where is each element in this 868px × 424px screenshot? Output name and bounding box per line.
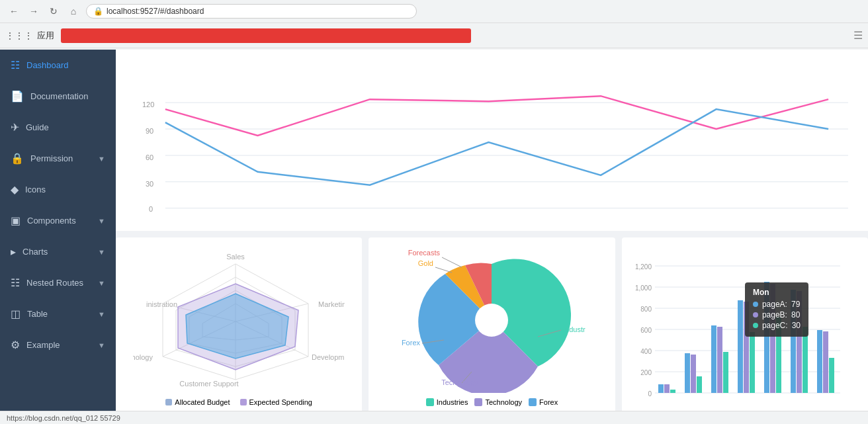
industries-dot (426, 398, 434, 406)
pie-legend-industries: Industries (426, 398, 468, 406)
pageB-label: pageB: (762, 310, 787, 319)
expected-label: Expected Spending (249, 398, 312, 406)
charts-icon: ▸ (11, 245, 16, 258)
status-text: https://blog.csdn.net/qq_012 55729 (7, 414, 120, 422)
svg-text:90: 90 (146, 127, 153, 135)
home-button[interactable]: ⌂ (66, 4, 81, 19)
svg-text:120: 120 (142, 101, 154, 108)
sidebar-item-guide[interactable]: ✈ Guide (0, 112, 116, 143)
sidebar-item-example[interactable]: ⚙ Example ▼ (0, 329, 116, 360)
svg-rect-61 (670, 390, 675, 393)
svg-text:Marketing: Marketing (318, 300, 345, 308)
allocated-dot (165, 399, 172, 405)
svg-text:Sat: Sat (716, 214, 727, 215)
sidebar-item-dashboard[interactable]: ☷ Dashboard (0, 50, 116, 81)
components-icon: ▣ (11, 214, 21, 227)
browser-toolbar: ⋮⋮⋮ 应用 ☰ (0, 23, 868, 48)
svg-text:800: 800 (640, 306, 652, 313)
sidebar-item-icons[interactable]: ◆ Icons (0, 174, 116, 205)
sidebar-label-documentation: Documentation (30, 91, 105, 101)
nested-routes-arrow: ▼ (98, 279, 105, 287)
svg-text:inistration: inistration (146, 300, 177, 308)
svg-text:400: 400 (640, 348, 652, 355)
bookmark-icon[interactable]: ☰ (853, 29, 863, 42)
bar-chart-card: 0 200 400 600 800 1,000 1,200 (622, 237, 868, 423)
sidebar-item-documentation[interactable]: 📄 Documentation (0, 81, 116, 112)
svg-rect-59 (658, 384, 664, 393)
pie-legend-technology: Technology (474, 398, 522, 406)
svg-text:Developm: Developm (312, 353, 345, 361)
guide-icon: ✈ (11, 121, 19, 134)
svg-text:Customer Support: Customer Support (180, 380, 239, 388)
svg-text:0: 0 (149, 205, 153, 213)
charts-row: Sales Marketing Developm Customer Suppor… (116, 237, 868, 424)
bookmark-bar-item[interactable] (61, 28, 471, 43)
browser-nav: ← → ↻ ⌂ 🔒 localhost:9527/#/dashboard (0, 0, 868, 23)
radar-legend-allocated: Allocated Budget (165, 398, 230, 406)
browser-chrome: ← → ↻ ⌂ 🔒 localhost:9527/#/dashboard ⋮⋮⋮… (0, 0, 868, 50)
industries-label: Industries (437, 398, 468, 406)
sidebar-label-icons: Icons (25, 185, 105, 194)
svg-rect-77 (817, 330, 822, 393)
svg-rect-78 (823, 331, 828, 393)
tooltip-item-pageB: pageB: 80 (753, 310, 801, 319)
nested-routes-icon: ☷ (11, 276, 20, 289)
svg-text:Tue: Tue (257, 214, 270, 215)
apps-icon[interactable]: ⋮⋮⋮ (5, 30, 33, 41)
reload-button[interactable]: ↻ (46, 4, 61, 19)
svg-text:Mon: Mon (165, 214, 179, 215)
dashboard-icon: ☷ (11, 59, 20, 71)
main-content: 0 30 60 90 120 Mon Tue Wed Thu Fri Sat S… (116, 50, 868, 424)
sidebar-label-components: Components (27, 216, 91, 226)
pageA-dot (753, 302, 758, 307)
svg-text:Technology: Technology (442, 378, 479, 386)
lock-icon: 🔒 (93, 7, 103, 16)
svg-rect-70 (750, 332, 755, 393)
allocated-label: Allocated Budget (175, 398, 230, 406)
sidebar-item-nested-routes[interactable]: ☷ Nested Routes ▼ (0, 267, 116, 298)
sidebar-item-components[interactable]: ▣ Components ▼ (0, 205, 116, 236)
radar-legend: Allocated Budget Expected Spending (165, 398, 312, 406)
sidebar-item-permission[interactable]: 🔒 Permission ▼ (0, 143, 116, 174)
tooltip-item-pageA: pageA: 79 (753, 300, 801, 309)
svg-text:0: 0 (648, 390, 652, 398)
svg-text:Fri: Fri (601, 214, 609, 215)
url-bar[interactable]: 🔒 localhost:9527/#/dashboard (86, 4, 417, 19)
sidebar: ☷ Dashboard 📄 Documentation ✈ Guide 🔒 Pe… (0, 50, 116, 424)
expected-dot (240, 399, 247, 405)
pie-legend-forex: Forex (529, 398, 558, 406)
tooltip-item-pageC: pageC: 30 (753, 321, 801, 330)
svg-text:Sales: Sales (226, 253, 245, 261)
svg-text:1,200: 1,200 (635, 263, 652, 271)
back-button[interactable]: ← (7, 4, 21, 19)
radar-chart-card: Sales Marketing Developm Customer Suppor… (116, 237, 362, 423)
sidebar-item-table[interactable]: ◫ Table ▼ (0, 298, 116, 329)
components-arrow: ▼ (98, 217, 105, 225)
documentation-icon: 📄 (11, 90, 24, 103)
forward-button[interactable]: → (26, 4, 41, 19)
sidebar-label-example: Example (26, 340, 91, 350)
pageC-label: pageC: (762, 321, 788, 330)
svg-text:60: 60 (146, 153, 153, 161)
svg-text:Thu: Thu (489, 214, 501, 215)
svg-rect-76 (803, 327, 808, 393)
svg-text:Wed: Wed (370, 214, 384, 215)
url-text: localhost:9527/#/dashboard (107, 7, 204, 16)
pie-svg: Forecasts Gold Industr Forex Technology (386, 247, 597, 393)
svg-text:Forecasts: Forecasts (408, 249, 441, 257)
bar-chart-tooltip: Mon pageA: 79 pageB: 80 pageC: 30 (745, 282, 808, 337)
svg-rect-64 (697, 376, 702, 393)
sidebar-label-dashboard: Dashboard (26, 60, 105, 70)
pageB-value: 80 (791, 310, 800, 319)
svg-text:Techology: Techology (133, 353, 153, 361)
radar-container: Sales Marketing Developm Customer Suppor… (126, 247, 352, 413)
pie-container: Forecasts Gold Industr Forex Technology (378, 247, 605, 413)
bar-svg: 0 200 400 600 800 1,000 1,200 (632, 247, 844, 400)
sidebar-item-charts[interactable]: ▸ Charts ▼ (0, 236, 116, 267)
icons-icon: ◆ (11, 183, 19, 196)
svg-text:Industr: Industr (563, 325, 586, 333)
pie-legend: Industries Technology Forex (426, 398, 558, 406)
table-icon: ◫ (11, 308, 21, 320)
svg-text:200: 200 (640, 369, 652, 376)
technology-dot (474, 398, 482, 406)
